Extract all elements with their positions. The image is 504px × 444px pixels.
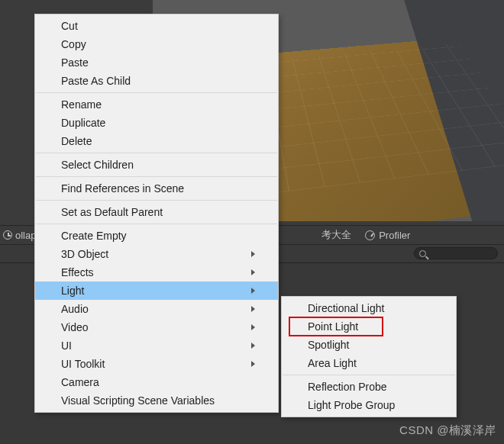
menu-item[interactable]: Duplicate bbox=[35, 114, 278, 132]
menu-item[interactable]: Paste As Child bbox=[35, 72, 278, 90]
menu-item-label: Effects bbox=[61, 266, 94, 278]
submenu-item-label: Spotlight bbox=[308, 339, 349, 351]
menu-item-label: Visual Scripting Scene Variables bbox=[61, 394, 215, 407]
toolbar-mid-text[interactable]: 考大全 bbox=[321, 228, 351, 242]
chevron-right-icon bbox=[251, 288, 255, 294]
menu-item[interactable]: Delete bbox=[35, 132, 278, 150]
menu-item-label: Find References in Scene bbox=[61, 182, 184, 195]
submenu-item-label: Light Probe Group bbox=[308, 399, 395, 411]
chevron-right-icon bbox=[251, 306, 255, 312]
search-input[interactable] bbox=[414, 247, 498, 259]
menu-item[interactable]: Effects bbox=[35, 263, 278, 282]
menu-item-label: Camera bbox=[61, 376, 99, 388]
submenu-item-label: Directional Light bbox=[308, 302, 384, 314]
search-icon bbox=[419, 250, 426, 257]
menu-item-label: Audio bbox=[61, 303, 89, 315]
menu-item[interactable]: Light bbox=[35, 282, 278, 300]
submenu-item[interactable]: Spotlight bbox=[282, 336, 456, 354]
watermark: CSDN @楠溪泽岸 bbox=[399, 423, 496, 438]
menu-item[interactable]: Set as Default Parent bbox=[35, 203, 278, 221]
menu-separator bbox=[36, 153, 277, 153]
menu-separator bbox=[283, 375, 455, 375]
menu-item[interactable]: Paste bbox=[35, 53, 278, 72]
profiler-label: Profiler bbox=[379, 230, 410, 241]
menu-separator bbox=[36, 200, 277, 201]
submenu-item[interactable]: Area Light bbox=[282, 354, 456, 372]
menu-item[interactable]: Visual Scripting Scene Variables bbox=[35, 391, 278, 410]
menu-item-label: Select Children bbox=[61, 159, 134, 171]
chevron-right-icon bbox=[251, 361, 255, 367]
menu-item[interactable]: Create Empty bbox=[35, 227, 278, 245]
submenu-item-label: Reflection Probe bbox=[308, 381, 387, 393]
menu-separator bbox=[36, 92, 277, 93]
profiler-tab[interactable]: Profiler bbox=[365, 230, 410, 241]
menu-item-label: Delete bbox=[61, 135, 92, 147]
menu-item-label: Cut bbox=[61, 20, 78, 32]
menu-item[interactable]: Select Children bbox=[35, 156, 278, 174]
light-submenu: Directional LightPoint LightSpotlightAre… bbox=[281, 296, 457, 417]
menu-item[interactable]: Audio bbox=[35, 300, 278, 318]
menu-separator bbox=[36, 176, 277, 177]
gauge-icon bbox=[365, 230, 375, 240]
chevron-right-icon bbox=[251, 269, 255, 275]
menu-item-label: Set as Default Parent bbox=[61, 206, 163, 218]
chevron-right-icon bbox=[251, 324, 255, 330]
menu-item-label: Duplicate bbox=[61, 117, 105, 129]
menu-item-label: UI Toolkit bbox=[61, 358, 105, 370]
context-menu: CutCopyPastePaste As ChildRenameDuplicat… bbox=[34, 14, 279, 413]
chevron-right-icon bbox=[251, 343, 255, 349]
menu-item-label: Create Empty bbox=[61, 230, 127, 242]
menu-item[interactable]: Cut bbox=[35, 17, 278, 35]
menu-item[interactable]: UI Toolkit bbox=[35, 355, 278, 373]
menu-item[interactable]: 3D Object bbox=[35, 245, 278, 263]
menu-item-label: Copy bbox=[61, 38, 86, 50]
submenu-item-label: Point Light bbox=[308, 320, 358, 333]
submenu-item[interactable]: Directional Light bbox=[282, 299, 456, 317]
menu-item-label: Paste As Child bbox=[61, 75, 131, 87]
menu-item-label: 3D Object bbox=[61, 248, 108, 260]
menu-item-label: Rename bbox=[61, 98, 102, 111]
menu-item-label: UI bbox=[61, 339, 72, 352]
menu-item[interactable]: Video bbox=[35, 318, 278, 336]
menu-item-label: Video bbox=[61, 321, 89, 333]
menu-item[interactable]: Copy bbox=[35, 35, 278, 53]
menu-item-label: Paste bbox=[61, 56, 89, 69]
menu-item[interactable]: UI bbox=[35, 336, 278, 355]
clock-icon bbox=[3, 230, 12, 240]
submenu-item-label: Area Light bbox=[308, 357, 357, 369]
menu-item[interactable]: Find References in Scene bbox=[35, 179, 278, 198]
submenu-item[interactable]: Light Probe Group bbox=[282, 396, 456, 414]
menu-item[interactable]: Camera bbox=[35, 373, 278, 391]
submenu-item[interactable]: Reflection Probe bbox=[282, 378, 456, 396]
menu-item-label: Light bbox=[61, 285, 84, 297]
submenu-item[interactable]: Point Light bbox=[282, 317, 456, 336]
menu-item[interactable]: Rename bbox=[35, 95, 278, 114]
chevron-right-icon bbox=[251, 251, 255, 257]
menu-separator bbox=[36, 224, 277, 224]
